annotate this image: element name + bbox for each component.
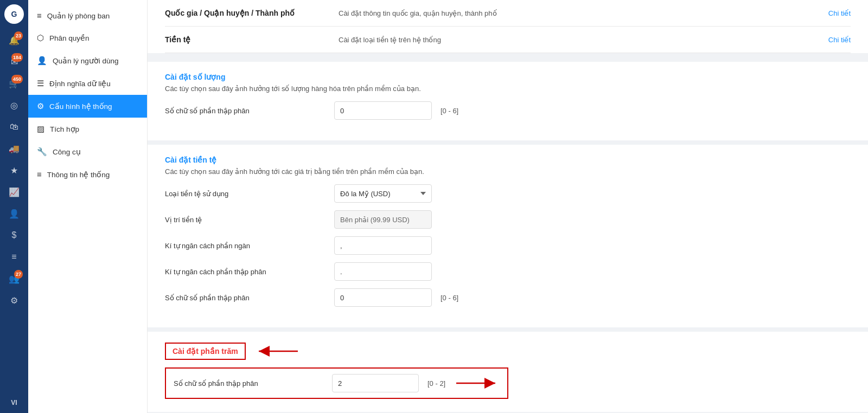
so-luong-decimal-label: Số chữ số phần thập phân bbox=[165, 107, 328, 115]
tien-te-desc: Cài đặt loại tiền tệ trên hệ thống bbox=[339, 36, 828, 44]
du-lieu-icon: ☰ bbox=[37, 79, 44, 88]
vi-tri-tien-te-input[interactable] bbox=[334, 210, 432, 229]
sidebar-label-nguoi-dung: Quản lý người dùng bbox=[53, 56, 119, 65]
sidebar-label-cong-cu: Công cụ bbox=[53, 147, 81, 156]
phong-ban-icon: ≡ bbox=[37, 11, 42, 20]
ky-tu-thap-phan-row: Kí tự ngăn cách phần thập phân bbox=[165, 262, 851, 281]
cong-cu-icon: 🔧 bbox=[37, 147, 47, 157]
dollar-icon[interactable]: $ bbox=[4, 225, 24, 245]
quoc-gia-row: Quốc gia / Quận huyện / Thành phố Cài đặ… bbox=[165, 0, 851, 27]
so-luong-decimal-hint: [0 - 6] bbox=[441, 107, 458, 115]
user-icon[interactable]: 👤 bbox=[4, 204, 24, 223]
tich-hop-icon: ▨ bbox=[37, 124, 44, 134]
tien-te-section-title: Cài đặt tiền tệ bbox=[165, 156, 851, 164]
ky-tu-thap-phan-label: Kí tự ngăn cách phần thập phân bbox=[165, 268, 328, 276]
sidebar: ≡ Quản lý phòng ban ⬡ Phân quyền 👤 Quản … bbox=[28, 0, 148, 413]
sidebar-item-quan-ly-nguoi-dung[interactable]: 👤 Quản lý người dùng bbox=[28, 49, 147, 72]
sidebar-label-tich-hop: Tích hợp bbox=[50, 125, 79, 133]
phan-tram-decimal-label: Số chữ số phần thập phân bbox=[174, 379, 326, 388]
so-luong-desc: Các tùy chọn sau đây ảnh hưởng tới số lư… bbox=[165, 85, 851, 93]
list-icon2[interactable]: ≡ bbox=[4, 247, 24, 267]
sidebar-item-cong-cu[interactable]: 🔧 Công cụ bbox=[28, 140, 147, 163]
sidebar-item-dinh-nghia-du-lieu[interactable]: ☰ Định nghĩa dữ liệu bbox=[28, 72, 147, 95]
sidebar-item-quan-ly-phong-ban[interactable]: ≡ Quản lý phòng ban bbox=[28, 4, 147, 27]
truck-icon[interactable]: 🚚 bbox=[4, 139, 24, 158]
phan-tram-section: Cài đặt phần trăm Số chữ s bbox=[148, 332, 868, 412]
loai-tien-te-label: Loại tiền tệ sử dụng bbox=[165, 190, 328, 198]
so-luong-decimal-input[interactable] bbox=[334, 101, 432, 120]
tien-te-decimal-label: Số chữ số phần thập phân bbox=[165, 294, 328, 302]
bell-icon[interactable]: 🔔 23 bbox=[4, 30, 24, 50]
arrow-annotation-1 bbox=[254, 345, 298, 358]
tien-te-section: Cài đặt tiền tệ Các tùy chọn sau đây ảnh… bbox=[148, 145, 868, 327]
bell-badge: 23 bbox=[14, 31, 23, 40]
sidebar-item-phan-quyen[interactable]: ⬡ Phân quyền bbox=[28, 27, 147, 49]
sidebar-label-thong-tin: Thông tin hệ thống bbox=[47, 170, 110, 179]
chart-icon[interactable]: 📈 bbox=[4, 182, 24, 202]
people-badge: 27 bbox=[14, 270, 23, 279]
cart-badge: 450 bbox=[11, 75, 23, 83]
so-luong-decimal-row: Số chữ số phần thập phân [0 - 6] bbox=[165, 101, 851, 120]
red-arrow-1 bbox=[254, 345, 298, 358]
ky-tu-thap-phan-input[interactable] bbox=[334, 262, 432, 281]
header-section: Quốc gia / Quận huyện / Thành phố Cài đặ… bbox=[148, 0, 868, 53]
loai-tien-te-select[interactable]: Đô la Mỹ (USD) bbox=[334, 184, 432, 203]
sidebar-label-cau-hinh: Cấu hình hệ thống bbox=[49, 102, 112, 111]
thong-tin-icon: ≡ bbox=[37, 170, 42, 179]
tien-te-decimal-input[interactable] bbox=[334, 288, 432, 307]
phan-tram-title-box: Cài đặt phần trăm bbox=[165, 343, 246, 360]
star-icon[interactable]: ★ bbox=[4, 160, 24, 180]
tien-te-title: Tiền tệ bbox=[165, 35, 339, 44]
ky-tu-ngan-row: Kí tự ngăn cách phần ngàn bbox=[165, 236, 851, 255]
so-luong-title: Cài đặt số lượng bbox=[165, 73, 851, 81]
language-label[interactable]: VI bbox=[11, 399, 17, 413]
sidebar-label-phong-ban: Quản lý phòng ban bbox=[47, 11, 110, 20]
app-logo[interactable]: G bbox=[4, 4, 24, 24]
quoc-gia-desc: Cài đặt thông tin quốc gia, quận huyện, … bbox=[339, 9, 828, 17]
circle-icon[interactable]: ◎ bbox=[4, 95, 24, 115]
sidebar-item-tich-hop[interactable]: ▨ Tích hợp bbox=[28, 118, 147, 140]
sidebar-label-phan-quyen: Phân quyền bbox=[49, 34, 90, 42]
shop-icon[interactable]: 🛍 bbox=[4, 117, 24, 137]
phan-tram-decimal-input[interactable] bbox=[332, 374, 419, 392]
message-icon[interactable]: ✉ 184 bbox=[4, 52, 24, 72]
ky-tu-ngan-input[interactable] bbox=[334, 236, 432, 255]
ky-tu-ngan-label: Kí tự ngăn cách phần ngàn bbox=[165, 242, 328, 250]
phan-quyen-icon: ⬡ bbox=[37, 33, 44, 43]
sidebar-item-thong-tin-he-thong[interactable]: ≡ Thông tin hệ thống bbox=[28, 163, 147, 185]
arrow-annotation-2 bbox=[456, 377, 500, 390]
red-arrow-2 bbox=[456, 377, 500, 390]
icon-bar: G 🔔 23 ✉ 184 🛒 450 ◎ 🛍 🚚 ★ 📈 👤 $ ≡ 👥 27 … bbox=[0, 0, 28, 413]
vi-tri-tien-te-row: Vị trí tiền tệ bbox=[165, 210, 851, 229]
quoc-gia-title: Quốc gia / Quận huyện / Thành phố bbox=[165, 9, 339, 17]
gear-icon[interactable]: ⚙ bbox=[4, 291, 24, 310]
gray-sections: Cài đặt số lượng Các tùy chọn sau đây ản… bbox=[148, 53, 868, 413]
quoc-gia-link[interactable]: Chi tiết bbox=[828, 9, 851, 17]
cart-icon[interactable]: 🛒 450 bbox=[4, 74, 24, 93]
tien-te-decimal-hint: [0 - 6] bbox=[441, 294, 458, 302]
phan-tram-decimal-hint: [0 - 2] bbox=[427, 379, 445, 388]
people-icon[interactable]: 👥 27 bbox=[4, 269, 24, 288]
tien-te-decimal-row: Số chữ số phần thập phân [0 - 6] bbox=[165, 288, 851, 307]
tien-te-section-desc: Các tùy chọn sau đây ảnh hưởng tới các g… bbox=[165, 167, 851, 176]
message-badge: 184 bbox=[11, 53, 23, 62]
nguoi-dung-icon: 👤 bbox=[37, 56, 47, 66]
loai-tien-te-row: Loại tiền tệ sử dụng Đô la Mỹ (USD) bbox=[165, 184, 851, 203]
vi-tri-tien-te-label: Vị trí tiền tệ bbox=[165, 216, 328, 224]
sidebar-label-du-lieu: Định nghĩa dữ liệu bbox=[49, 79, 111, 88]
tien-te-header-row: Tiền tệ Cài đặt loại tiền tệ trên hệ thố… bbox=[165, 27, 851, 53]
cau-hinh-icon: ⚙ bbox=[37, 101, 44, 111]
so-luong-section: Cài đặt số lượng Các tùy chọn sau đây ản… bbox=[148, 62, 868, 140]
sidebar-item-cau-hinh-he-thong[interactable]: ⚙ Cấu hình hệ thống bbox=[28, 95, 147, 118]
phan-tram-title: Cài đặt phần trăm bbox=[173, 347, 238, 356]
tien-te-link[interactable]: Chi tiết bbox=[828, 36, 851, 44]
phan-tram-decimal-row: Số chữ số phần thập phân [0 - 2] bbox=[165, 367, 508, 399]
main-content: Quốc gia / Quận huyện / Thành phố Cài đặ… bbox=[148, 0, 868, 413]
phan-tram-title-row: Cài đặt phần trăm bbox=[165, 343, 851, 360]
